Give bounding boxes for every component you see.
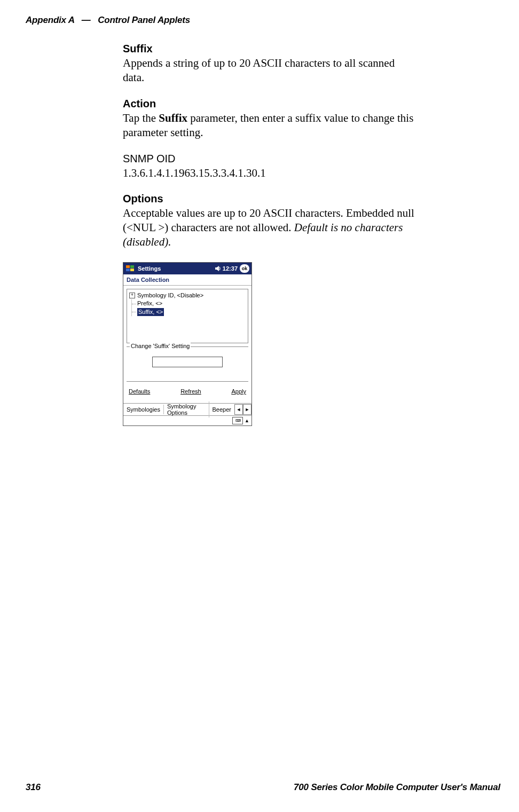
ok-button[interactable]: ok [240,264,249,273]
svg-rect-0 [126,265,130,268]
action-heading: Action [123,98,416,110]
options-text: Acceptable values are up to 20 ASCII cha… [123,206,416,249]
tab-symbology-options[interactable]: Symbology Options [164,401,209,417]
header-title: Control Panel Applets [98,15,190,25]
device-screenshot: Settings 12:37 ok Data Collection + Symb… [123,262,252,426]
sip-up-icon[interactable]: ▲ [245,418,249,423]
svg-rect-1 [130,265,134,268]
suffix-heading: Suffix [123,43,416,55]
tab-symbologies[interactable]: Symbologies [123,405,164,414]
action-text: Tap the Suffix parameter, then enter a s… [123,111,416,140]
apply-rest: pply [235,388,246,395]
svg-rect-2 [126,269,130,271]
action-text-pre: Tap the [123,112,159,124]
change-suffix-fieldset: Change 'Suffix' Setting [127,346,248,377]
keyboard-icon[interactable]: ⌨ [232,417,243,424]
svg-marker-4 [215,266,219,271]
page-header: Appendix A — Control Panel Applets [26,15,493,26]
clock[interactable]: 12:37 [223,265,238,272]
tree-item-label: Symbology ID, <Disable> [137,291,203,299]
svg-rect-3 [130,269,134,271]
button-row: Defaults Refresh Apply [127,381,248,400]
suffix-input[interactable] [152,357,223,367]
tree-item-prefix[interactable]: Prefix, <> [136,299,246,308]
tree-item-label: Prefix, <> [137,299,162,308]
defaults-rest: efaults [133,388,150,395]
options-heading: Options [123,193,416,205]
header-appendix: Appendix A [26,15,74,25]
header-sep: — [82,15,91,25]
tree-item-label-selected: Suffix, <> [137,308,164,316]
volume-icon[interactable] [214,265,222,272]
refresh-button[interactable]: Refresh [180,388,201,395]
titlebar-title: Settings [138,265,214,272]
defaults-button[interactable]: Defaults [129,388,150,395]
page-footer: 316 700 Series Color Mobile Computer Use… [26,782,500,793]
refresh-rest: efresh [185,388,201,395]
expand-icon[interactable]: + [129,293,135,298]
tab-scroll-left[interactable]: ◄ [234,404,243,415]
titlebar: Settings 12:37 ok [123,263,251,274]
action-text-bold: Suffix [159,112,187,124]
snmp-heading: SNMP OID [123,153,416,165]
manual-title: 700 Series Color Mobile Computer User's … [294,782,500,793]
tabs: Symbologies Symbology Options Beeper ◄ ► [123,403,251,415]
tab-beeper[interactable]: Beeper [209,405,234,414]
tree-item-symbology-id[interactable]: + Symbology ID, <Disable> [129,291,246,299]
page-number: 316 [26,782,41,793]
start-flag-icon[interactable] [125,264,135,273]
apply-button[interactable]: Apply [231,388,246,395]
tree-view[interactable]: + Symbology ID, <Disable> Prefix, <> Suf… [127,289,248,343]
snmp-oid: 1.3.6.1.4.1.1963.15.3.3.4.1.30.1 [123,166,416,180]
fieldset-legend: Change 'Suffix' Setting [130,343,191,349]
tab-scroll-right[interactable]: ► [243,404,251,415]
content: Suffix Appends a string of up to 20 ASCI… [123,43,416,426]
tree-item-suffix[interactable]: Suffix, <> [136,308,246,316]
app-title: Data Collection [123,274,251,286]
suffix-text: Appends a string of up to 20 ASCII chara… [123,56,416,85]
